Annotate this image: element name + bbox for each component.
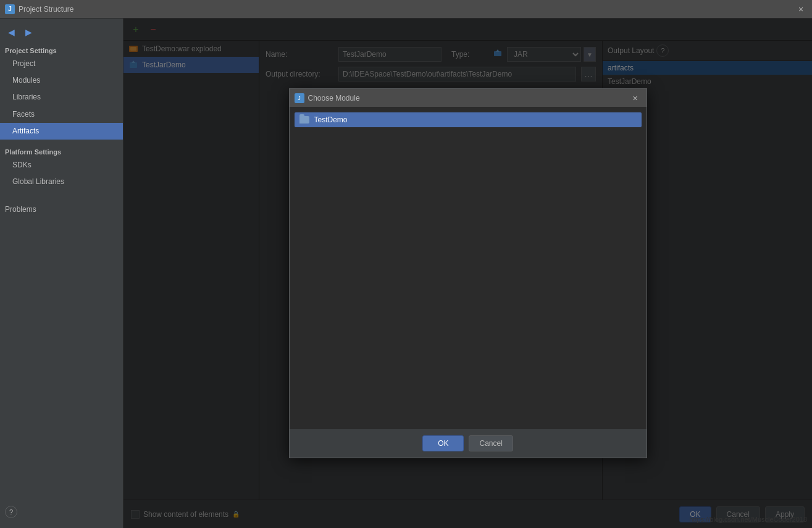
sidebar-item-sdks[interactable]: SDKs <box>0 157 123 174</box>
platform-settings-header: Platform Settings <box>0 145 123 157</box>
window-close-button[interactable]: × <box>795 3 807 15</box>
sidebar-item-modules[interactable]: Modules <box>0 72 123 89</box>
sidebar-item-artifacts[interactable]: Artifacts <box>0 123 123 140</box>
modal-cancel-button[interactable]: Cancel <box>469 435 513 451</box>
sidebar-item-global-libraries[interactable]: Global Libraries <box>0 174 123 190</box>
project-settings-header: Project Settings <box>0 43 123 56</box>
modal-icon: J <box>295 93 304 103</box>
app-icon: J <box>5 4 15 14</box>
modal-title-bar: J Choose Module × <box>290 89 647 107</box>
sidebar: ◀ ▶ Project Settings Project Modules Lib… <box>0 19 123 528</box>
sidebar-nav: ◀ ▶ <box>0 23 123 43</box>
nav-back-button[interactable]: ◀ <box>5 26 17 38</box>
choose-module-dialog: J Choose Module × TestDemo OK Cancel <box>289 88 647 458</box>
main-layout: ◀ ▶ Project Settings Project Modules Lib… <box>0 19 812 528</box>
content-area: + − TestDemo:war exploded <box>123 19 812 528</box>
module-item-testdemo[interactable]: TestDemo <box>295 112 642 127</box>
window-title: Project Structure <box>19 5 73 14</box>
nav-forward-button[interactable]: ▶ <box>22 26 35 38</box>
modal-footer: OK Cancel <box>290 429 647 458</box>
title-bar: J Project Structure × <box>0 0 812 19</box>
modal-title-left: J Choose Module <box>295 93 360 103</box>
sidebar-item-project[interactable]: Project <box>0 56 123 72</box>
sidebar-item-libraries[interactable]: Libraries <box>0 89 123 106</box>
modal-title-text: Choose Module <box>308 94 360 103</box>
title-bar-left: J Project Structure <box>5 4 73 14</box>
modal-overlay: J Choose Module × TestDemo OK Cancel <box>123 19 812 528</box>
modal-ok-button[interactable]: OK <box>422 435 464 451</box>
module-item-label: TestDemo <box>314 115 348 124</box>
sidebar-item-problems[interactable]: Problems <box>0 200 123 216</box>
folder-icon <box>299 116 309 124</box>
sidebar-item-facets[interactable]: Facets <box>0 106 123 123</box>
modal-close-button[interactable]: × <box>629 92 642 104</box>
help-button[interactable]: ? <box>5 506 17 518</box>
modal-content: TestDemo <box>290 107 647 429</box>
